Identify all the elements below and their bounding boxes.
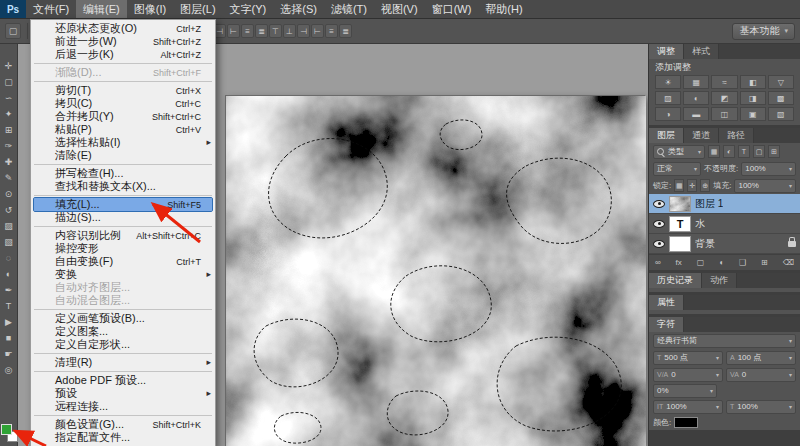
gradient-tool[interactable]: ▧: [1, 234, 17, 250]
menu-item-assign-profile[interactable]: 指定配置文件...: [31, 431, 215, 444]
menubar-item-file[interactable]: 文件(F): [26, 0, 76, 18]
tab-channels[interactable]: 通道: [684, 128, 719, 143]
menubar-item-window[interactable]: 窗口(W): [425, 0, 479, 18]
type-layer-filter-icon[interactable]: T: [738, 145, 750, 158]
menu-item-purge[interactable]: 清理(R): [31, 356, 215, 369]
kerning-field[interactable]: V/A0: [653, 368, 723, 382]
history-brush-tool[interactable]: ↺: [1, 202, 17, 218]
vibrance-icon[interactable]: ▽: [768, 75, 794, 89]
align-center-icon[interactable]: ≡: [241, 24, 254, 38]
layer-row-layer1[interactable]: 图层 1: [649, 194, 800, 214]
foreground-color-swatch[interactable]: [1, 424, 12, 435]
marquee-tool[interactable]: ▢: [1, 74, 17, 90]
menubar-item-view[interactable]: 视图(V): [374, 0, 425, 18]
distribute-center-icon[interactable]: ≡: [325, 24, 338, 38]
posterize-icon[interactable]: ▬: [683, 107, 709, 121]
hand-tool[interactable]: ☛: [1, 346, 17, 362]
distribute-middle-icon[interactable]: ≣: [339, 24, 352, 38]
font-size-field[interactable]: T500 点: [653, 351, 723, 365]
tracking-field[interactable]: VA0: [726, 368, 796, 382]
layer-effects-icon[interactable]: fx: [676, 258, 682, 267]
distribute-right-icon[interactable]: ⊢: [311, 24, 324, 38]
text-color-swatch[interactable]: [674, 417, 698, 428]
tab-properties[interactable]: 属性: [649, 295, 684, 310]
crop-tool[interactable]: ⊞: [1, 122, 17, 138]
exposure-icon[interactable]: ◧: [740, 75, 766, 89]
photo-filter-icon[interactable]: ◨: [740, 91, 766, 105]
tool-preset-icon[interactable]: ▢: [5, 23, 21, 39]
vertical-scale-field[interactable]: IT100%: [653, 400, 723, 414]
menu-item-find-replace[interactable]: 查找和替换文本(X)...: [31, 180, 215, 193]
black-white-icon[interactable]: ◩: [711, 91, 737, 105]
path-selection-tool[interactable]: ▶: [1, 314, 17, 330]
layer-name[interactable]: 水: [695, 217, 705, 231]
menu-item-define-custom-shape[interactable]: 定义自定形状...: [31, 338, 215, 351]
document-canvas[interactable]: [225, 95, 645, 446]
hue-saturation-icon[interactable]: ▨: [655, 91, 681, 105]
menu-item-stroke[interactable]: 描边(S)...: [31, 211, 215, 224]
lasso-tool[interactable]: ∽: [1, 90, 17, 106]
new-layer-icon[interactable]: ⊞: [761, 258, 768, 267]
fill-field[interactable]: 100%: [734, 179, 796, 193]
layer-group-icon[interactable]: ❑: [739, 258, 746, 267]
menubar-item-filter[interactable]: 滤镜(T): [324, 0, 374, 18]
eyedropper-tool[interactable]: ✑: [1, 138, 17, 154]
font-family-select[interactable]: 经典行书简: [653, 334, 796, 348]
tab-paths[interactable]: 路径: [719, 128, 754, 143]
distribute-left-icon[interactable]: ⊣: [297, 24, 310, 38]
layer-row-background[interactable]: 背景: [649, 234, 800, 254]
invert-icon[interactable]: ◑: [655, 107, 681, 121]
channel-mixer-icon[interactable]: ▩: [768, 91, 794, 105]
curves-icon[interactable]: ≈: [711, 75, 737, 89]
color-balance-icon[interactable]: ◐: [683, 91, 709, 105]
dodge-tool[interactable]: ◐: [1, 266, 17, 282]
move-tool[interactable]: ✛: [1, 58, 17, 74]
visibility-eye-icon[interactable]: [653, 200, 665, 208]
gradient-map-icon[interactable]: ▣: [740, 107, 766, 121]
distribute-bottom-icon[interactable]: ⊥: [283, 24, 296, 38]
type-layer-thumbnail[interactable]: T: [669, 216, 691, 232]
menubar-item-image[interactable]: 图像(I): [127, 0, 173, 18]
tab-layers[interactable]: 图层: [649, 128, 684, 143]
layer-filter-select[interactable]: 类型: [653, 145, 705, 159]
link-layers-icon[interactable]: ∞: [655, 258, 661, 267]
leading-field[interactable]: A100 点: [726, 351, 796, 365]
visibility-eye-icon[interactable]: [653, 220, 665, 228]
menubar-item-type[interactable]: 文字(Y): [223, 0, 274, 18]
adjustment-layer-icon[interactable]: ◐: [719, 258, 724, 267]
zoom-tool[interactable]: ◎: [1, 362, 17, 378]
layer1-thumbnail[interactable]: [669, 196, 691, 212]
background-thumbnail[interactable]: [669, 236, 691, 252]
opacity-field[interactable]: 100%: [741, 162, 796, 176]
menubar-item-edit[interactable]: 编辑(E): [76, 0, 127, 18]
eraser-tool[interactable]: ▨: [1, 218, 17, 234]
tab-adjustments[interactable]: 调整: [649, 44, 684, 59]
layer-name[interactable]: 背景: [695, 237, 715, 251]
type-tool[interactable]: T: [1, 298, 17, 314]
menubar-item-select[interactable]: 选择(S): [273, 0, 324, 18]
menubar-item-layer[interactable]: 图层(L): [173, 0, 222, 18]
clone-stamp-tool[interactable]: ⊙: [1, 186, 17, 202]
lock-position-icon[interactable]: ✛: [687, 179, 697, 192]
tab-history[interactable]: 历史记录: [649, 273, 702, 288]
tab-styles[interactable]: 样式: [684, 44, 719, 59]
horizontal-scale-field[interactable]: T100%: [726, 400, 796, 414]
shape-layer-filter-icon[interactable]: ▢: [753, 145, 765, 158]
menubar-item-help[interactable]: 帮助(H): [478, 0, 529, 18]
selective-color-icon[interactable]: ▧: [768, 107, 794, 121]
tab-actions[interactable]: 动作: [702, 273, 737, 288]
brightness-contrast-icon[interactable]: ☀: [655, 75, 681, 89]
levels-icon[interactable]: ▦: [683, 75, 709, 89]
tsume-field[interactable]: 0%: [653, 384, 717, 398]
align-middle-icon[interactable]: ≣: [255, 24, 268, 38]
distribute-top-icon[interactable]: ⊤: [269, 24, 282, 38]
menu-item-step-backward[interactable]: 后退一步(K)Alt+Ctrl+Z: [31, 48, 215, 61]
tab-character[interactable]: 字符: [649, 317, 684, 332]
menu-item-remote-connections[interactable]: 远程连接...: [31, 400, 215, 413]
blend-mode-select[interactable]: 正常: [653, 162, 701, 176]
brush-tool[interactable]: ✎: [1, 170, 17, 186]
align-right-icon[interactable]: ⊢: [227, 24, 240, 38]
blur-tool[interactable]: ◌: [1, 250, 17, 266]
lock-transparent-icon[interactable]: ▦: [674, 179, 684, 192]
layer-mask-icon[interactable]: ▢: [697, 258, 705, 267]
